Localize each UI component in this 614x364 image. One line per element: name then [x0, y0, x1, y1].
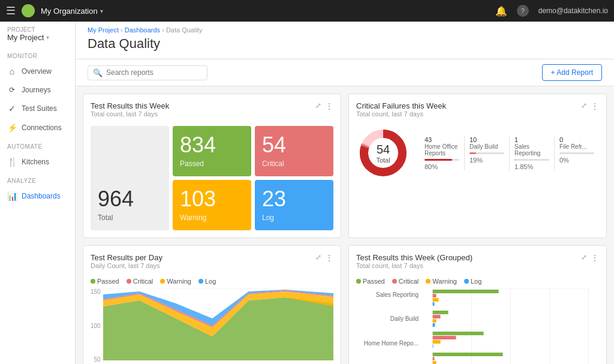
grouped-y-labels: Sales Reporting Daily Build Home Home Re… [356, 288, 422, 364]
stat-home-office-fill [425, 159, 452, 161]
stat-sales-reporting-bar [514, 159, 549, 161]
sidebar-item-dashboards[interactable]: 📊 Dashboards [0, 186, 75, 206]
stat-home-office-pct: 80% [425, 163, 459, 170]
per-day-expand-icon[interactable]: ⤢ [315, 253, 321, 263]
legend-passed-label: Passed [97, 278, 119, 285]
org-chevron-icon: ▾ [100, 8, 103, 14]
stat-daily-build-pct: 19% [469, 157, 504, 164]
sidebar-item-journeys[interactable]: ⟳ Journeys [0, 81, 75, 99]
sidebar-item-test-suites-label: Test Suites [22, 104, 57, 113]
more-icon[interactable]: ⋮ [325, 101, 333, 111]
stat-daily-build-bar [469, 152, 504, 154]
kitchens-icon: 🍴 [7, 157, 17, 167]
automate-section-label: AUTOMATE [0, 137, 75, 152]
svg-rect-16 [433, 302, 435, 306]
grouped-label-daily: Daily Build [356, 315, 419, 323]
svg-rect-21 [433, 332, 484, 335]
help-icon[interactable]: ? [517, 5, 529, 17]
sidebar-item-journeys-label: Journeys [22, 86, 51, 94]
grouped-card-header: Test Results this Week (Grouped) Total c… [356, 253, 599, 275]
grouped-card-actions: ⤢ ⋮ [581, 253, 599, 263]
grouped-card: Test Results this Week (Grouped) Total c… [348, 245, 607, 364]
test-passed-value: 834 [180, 134, 244, 156]
dashboard-grid: Test Results this Week Total count, last… [76, 86, 614, 364]
app-logo [22, 4, 35, 17]
test-cell-total: 964 Total [91, 126, 169, 230]
donut-chart: 54 Total [356, 126, 410, 180]
breadcrumb-dashboards[interactable]: Dashboards [125, 26, 160, 34]
expand-icon[interactable]: ⤢ [315, 101, 321, 111]
critical-expand-icon[interactable]: ⤢ [581, 101, 587, 111]
legend-warning: Warning [160, 278, 191, 285]
stat-sales-reporting: 1 Sales Reporting 1.85% [510, 136, 555, 170]
test-cell-log: 23 Log [255, 180, 333, 230]
sidebar-item-connections[interactable]: ⚡ Connections [0, 118, 75, 137]
stat-file-refreshes-value: 0 [559, 136, 594, 143]
search-box[interactable]: 🔍 [88, 65, 207, 80]
legend-warning-label: Warning [167, 278, 191, 285]
svg-rect-19 [433, 319, 437, 323]
sidebar-item-overview[interactable]: ⌂ Overview [0, 62, 75, 81]
per-day-card-actions: ⤢ ⋮ [315, 253, 333, 263]
svg-rect-26 [433, 357, 435, 360]
project-selector[interactable]: My Project ▾ [7, 33, 68, 42]
y-axis: 150 100 50 [91, 288, 103, 364]
search-input[interactable] [106, 68, 202, 77]
notification-icon[interactable]: 🔔 [495, 5, 507, 17]
user-menu[interactable]: demo@datakitchen.io [538, 7, 608, 15]
project-label: PROJECT [7, 26, 68, 33]
add-report-button[interactable]: + Add Report [542, 64, 602, 81]
grouped-title-group: Test Results this Week (Grouped) Total c… [356, 253, 472, 275]
y-tick-150: 150 [91, 288, 101, 295]
legend-log-label: Log [205, 278, 216, 285]
grouped-expand-icon[interactable]: ⤢ [581, 253, 587, 263]
content-toolbar: 🔍 + Add Report [76, 59, 614, 86]
per-day-legend: Passed Critical Warning Log [91, 278, 333, 285]
menu-icon[interactable]: ☰ [6, 4, 16, 17]
per-day-more-icon[interactable]: ⋮ [325, 253, 333, 263]
grouped-chart-container: Sales Reporting Daily Build Home Home Re… [356, 288, 599, 364]
test-warning-label: Warning [180, 213, 244, 222]
content-header: My Project › Dashboards › Data Quality D… [76, 22, 614, 59]
critical-more-icon[interactable]: ⋮ [591, 101, 599, 111]
grouped-more-icon[interactable]: ⋮ [591, 253, 599, 263]
stat-sales-reporting-value: 1 [514, 136, 549, 143]
test-total-value: 964 [98, 188, 162, 210]
stat-daily-build: 10 Daily Build 19% [465, 136, 510, 170]
breadcrumb-project[interactable]: My Project [88, 26, 119, 34]
sidebar-item-kitchens[interactable]: 🍴 Kitchens [0, 152, 75, 172]
donut-total-label: Total [376, 157, 390, 164]
grouped-legend-passed: Passed [356, 278, 385, 285]
test-critical-value: 54 [262, 134, 326, 156]
critical-failures-card: Critical Failures this Week Total count,… [348, 94, 607, 238]
content-area: My Project › Dashboards › Data Quality D… [76, 22, 614, 364]
y-tick-100: 100 [91, 323, 101, 329]
main-layout: PROJECT My Project ▾ MONITOR ⌂ Overview … [0, 22, 614, 364]
svg-rect-27 [433, 361, 437, 364]
critical-failures-card-header: Critical Failures this Week Total count,… [356, 101, 599, 124]
per-day-card-header: Test Results per Day Daily Count, last 7… [91, 253, 333, 275]
breadcrumb-sep2: › [162, 26, 166, 34]
test-passed-label: Passed [180, 160, 244, 168]
svg-rect-23 [433, 340, 441, 344]
test-critical-label: Critical [262, 160, 326, 168]
test-warning-value: 103 [180, 188, 244, 210]
donut-center: 54 Total [376, 143, 390, 164]
stat-sales-reporting-fill [514, 159, 515, 161]
test-cell-passed: 834 Passed [173, 126, 251, 176]
critical-failures-subtitle: Total count, last 7 days [356, 110, 446, 118]
org-selector[interactable]: My Organization ▾ [41, 7, 103, 16]
stat-home-office-label: Home Office Reports [425, 143, 459, 157]
per-day-subtitle: Daily Count, last 7 days [91, 262, 162, 269]
per-day-title: Test Results per Day [91, 253, 162, 262]
svg-rect-22 [433, 336, 456, 339]
test-cell-critical: 54 Critical [255, 126, 333, 176]
test-results-card: Test Results this Week Total count, last… [83, 94, 341, 238]
grouped-legend-warning: Warning [426, 278, 457, 285]
svg-rect-24 [433, 344, 434, 348]
stat-daily-build-value: 10 [469, 136, 504, 143]
stat-home-office-bar [425, 159, 459, 161]
test-log-label: Log [262, 213, 326, 222]
grouped-legend-critical: Critical [392, 278, 419, 285]
sidebar-item-test-suites[interactable]: ✓ Test Suites [0, 99, 75, 118]
